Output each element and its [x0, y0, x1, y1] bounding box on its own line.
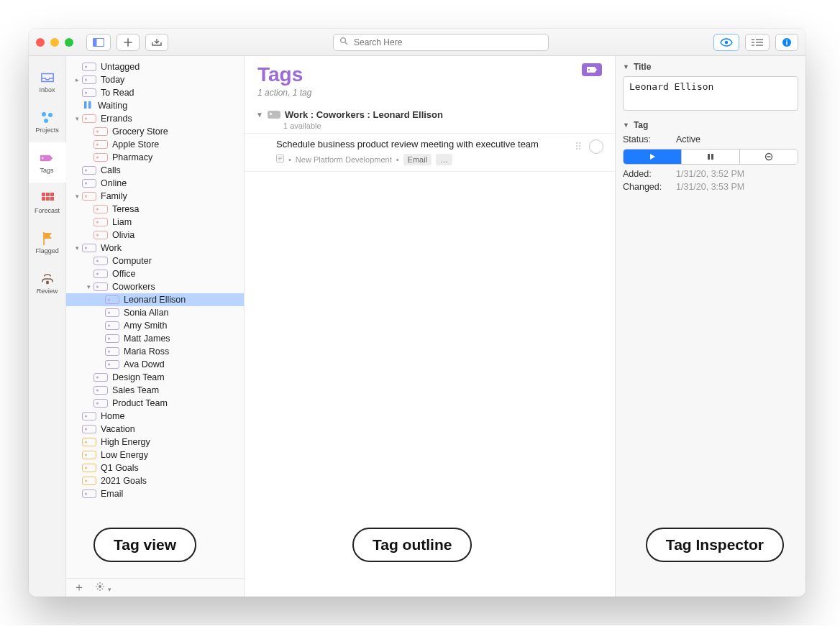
added-value-label: 1/31/20, 3:52 PM [676, 169, 744, 179]
tag-row[interactable]: Ava Dowd [66, 358, 244, 371]
forecast-icon [40, 191, 55, 206]
tag-indicator-icon [582, 63, 602, 76]
nav-forecast[interactable]: Forecast [29, 183, 66, 223]
tag-icon [82, 192, 96, 201]
svg-point-26 [99, 585, 101, 588]
tag-row[interactable]: 2021 Goals [66, 474, 244, 487]
tag-icon [105, 308, 119, 317]
tag-row[interactable]: ▾Family [66, 190, 244, 203]
svg-point-3 [725, 40, 728, 43]
nav-tags[interactable]: Tags [29, 142, 66, 183]
tag-row[interactable]: ▾Coworkers [66, 280, 244, 293]
status-active-button[interactable] [624, 150, 682, 164]
close-window-button[interactable] [36, 38, 45, 47]
tag-label: Grocery Store [112, 127, 168, 137]
tag-row[interactable]: Product Team [66, 397, 244, 410]
tag-row[interactable]: Maria Ross [66, 345, 244, 358]
sidebar-gear-button[interactable]: ▾ [95, 581, 111, 594]
tag-label: Liam [112, 217, 132, 227]
tag-row[interactable]: Q1 Goals [66, 461, 244, 474]
tag-row[interactable]: High Energy [66, 436, 244, 449]
toggle-sidebar-button[interactable] [86, 34, 111, 51]
callout-tag-view: Tag view [93, 528, 196, 562]
disclosure-triangle-icon[interactable]: ▾ [72, 244, 82, 252]
tag-row[interactable]: Computer [66, 254, 244, 267]
tag-row[interactable]: Sonia Allan [66, 306, 244, 319]
status-paused-button[interactable] [682, 150, 740, 164]
tag-group-header[interactable]: ▼ Work : Coworkers : Leonard Ellison [245, 106, 615, 123]
tag-row[interactable]: Low Energy [66, 449, 244, 461]
task-row[interactable]: Schedule business product review meeting… [245, 133, 615, 172]
minimize-window-button[interactable] [50, 38, 59, 47]
tag-label: Sales Team [112, 385, 159, 395]
nav-review[interactable]: Review [29, 263, 66, 303]
tag-row[interactable]: Online [66, 177, 244, 190]
search-field[interactable] [333, 34, 549, 51]
nav-inbox[interactable]: Inbox [29, 62, 66, 102]
flagged-icon [40, 231, 55, 246]
tag-label: Email [101, 489, 123, 499]
disclosure-triangle-icon[interactable]: ▼ [623, 63, 629, 70]
disclosure-triangle-icon[interactable]: ▸ [72, 76, 82, 83]
disclosure-triangle-icon[interactable]: ▾ [72, 115, 82, 122]
disclosure-triangle-icon[interactable]: ▾ [72, 193, 82, 200]
tag-row[interactable]: Waiting [66, 99, 244, 112]
nav-flagged[interactable]: Flagged [29, 223, 66, 263]
tag-label: Sonia Allan [124, 308, 169, 318]
svg-point-15 [44, 119, 48, 123]
tag-row[interactable]: Leonard Ellison [66, 293, 244, 306]
tag-row[interactable]: To Read [66, 86, 244, 99]
tag-row[interactable]: Pharmacy [66, 151, 244, 164]
task-tag-chip[interactable]: Email [403, 154, 432, 166]
tag-row[interactable]: ▾Work [66, 242, 244, 254]
task-more-chip[interactable]: … [436, 154, 452, 166]
search-input[interactable] [352, 37, 542, 48]
nav-projects[interactable]: Projects [29, 102, 66, 142]
tag-label: Amy Smith [124, 321, 167, 331]
status-key-label: Status: [623, 134, 669, 144]
disclosure-triangle-icon[interactable]: ▼ [256, 111, 263, 119]
tag-row[interactable]: Amy Smith [66, 319, 244, 332]
tag-icon [82, 179, 96, 188]
svg-rect-24 [84, 101, 87, 109]
svg-rect-19 [50, 193, 54, 196]
tag-row[interactable]: Design Team [66, 371, 244, 384]
task-title: Schedule business product review meeting… [276, 138, 567, 151]
tag-row[interactable]: Matt James [66, 332, 244, 345]
toggle-outline-button[interactable] [745, 34, 770, 51]
tag-row[interactable]: Calls [66, 164, 244, 177]
tag-row[interactable]: Home [66, 410, 244, 423]
tag-row[interactable]: ▸Today [66, 73, 244, 86]
tag-row[interactable]: Apple Store [66, 138, 244, 151]
disclosure-triangle-icon[interactable]: ▾ [83, 283, 93, 290]
tag-row[interactable]: Liam [66, 216, 244, 229]
titlebar [29, 29, 805, 56]
add-tag-button[interactable]: ＋ [73, 580, 85, 595]
disclosure-triangle-icon[interactable]: ▼ [623, 121, 629, 129]
tag-row[interactable]: Vacation [66, 423, 244, 436]
app-window: InboxProjectsTagsForecastFlaggedReview U… [29, 29, 805, 597]
tag-row[interactable]: Sales Team [66, 384, 244, 397]
zoom-window-button[interactable] [65, 38, 73, 47]
tag-tree[interactable]: Untagged▸TodayTo ReadWaiting▾ErrandsGroc… [66, 56, 244, 578]
status-segmented-control[interactable] [623, 149, 798, 165]
tag-row[interactable]: Grocery Store [66, 125, 244, 138]
quick-entry-button[interactable] [145, 34, 168, 51]
tag-row[interactable]: ▾Errands [66, 112, 244, 125]
tag-row[interactable]: Email [66, 487, 244, 500]
tag-row[interactable]: Untagged [66, 60, 244, 73]
svg-rect-9 [756, 45, 763, 46]
toggle-inspector-button[interactable] [775, 34, 798, 51]
view-options-button[interactable] [713, 34, 739, 51]
tag-title-input[interactable] [623, 76, 798, 111]
task-status-circle[interactable] [589, 139, 603, 154]
tag-icon [93, 153, 108, 162]
new-item-button[interactable] [117, 34, 140, 51]
outline-title: Tags [257, 63, 311, 86]
tag-row[interactable]: Office [66, 267, 244, 280]
tag-icon [93, 231, 108, 239]
tag-row[interactable]: Teresa [66, 203, 244, 216]
drag-handle-icon[interactable]: ⠿ [575, 141, 582, 152]
status-dropped-button[interactable] [740, 150, 798, 164]
tag-row[interactable]: Olivia [66, 229, 244, 242]
